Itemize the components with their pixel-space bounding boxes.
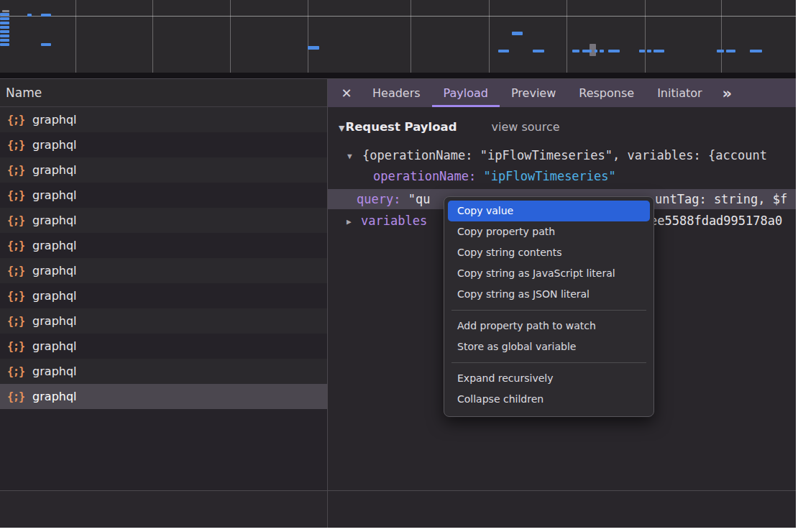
waterfall-bar — [41, 43, 51, 46]
devtools-network-panel: Name {;}graphql{;}graphql{;}graphql{;}gr… — [0, 0, 796, 528]
request-row[interactable]: {;}graphql — [0, 233, 327, 258]
json-braces-icon: {;} — [7, 390, 24, 403]
waterfall-bar — [582, 50, 592, 52]
overview-gridline-vertical — [308, 0, 308, 73]
waterfall-bar — [0, 22, 9, 24]
detail-tabs: HeadersPayloadPreviewResponseInitiator — [361, 79, 714, 107]
name-column-label: Name — [6, 86, 42, 100]
request-row[interactable]: {;}graphql — [0, 308, 327, 334]
request-name: graphql — [32, 163, 76, 177]
request-name: graphql — [32, 339, 76, 353]
request-name: graphql — [32, 239, 76, 252]
content-split: Name {;}graphql{;}graphql{;}graphql{;}gr… — [0, 78, 796, 490]
waterfall-bar — [0, 17, 9, 20]
waterfall-bar — [512, 32, 523, 35]
request-row[interactable]: {;}graphql — [0, 132, 327, 157]
request-row[interactable]: {;}graphql — [0, 384, 327, 409]
waterfall-bar — [498, 50, 509, 52]
menu-item-store-as-global-variable[interactable]: Store as global variable — [444, 336, 653, 357]
network-overview-strip[interactable] — [0, 0, 796, 73]
menu-divider — [451, 362, 646, 363]
json-braces-icon: {;} — [7, 114, 24, 127]
summary-bar — [0, 490, 796, 528]
waterfall-bar — [533, 50, 544, 52]
operation-name-row[interactable]: operationName: "ipFlowTimeseries" — [328, 166, 796, 187]
menu-item-copy-value[interactable]: Copy value — [448, 201, 650, 221]
expand-triangle-icon[interactable]: ▼ — [347, 146, 352, 167]
menu-item-expand-recursively[interactable]: Expand recursively — [444, 368, 653, 389]
overview-gridline-vertical — [567, 0, 567, 73]
json-braces-icon: {;} — [7, 340, 24, 353]
name-column-header[interactable]: Name — [0, 79, 327, 107]
more-tabs-icon[interactable]: » — [715, 79, 740, 107]
waterfall-bar — [600, 50, 604, 52]
json-braces-icon: {;} — [7, 189, 24, 202]
tab-preview[interactable]: Preview — [500, 79, 567, 107]
collapsed-triangle-icon[interactable]: ▶ — [347, 211, 352, 232]
waterfall-bar — [572, 50, 579, 52]
request-row[interactable]: {;}graphql — [0, 157, 327, 183]
waterfall-bar — [0, 39, 9, 42]
waterfall-bar — [0, 13, 9, 16]
menu-item-copy-string-contents[interactable]: Copy string contents — [444, 242, 653, 263]
payload-root-preview: {operationName: "ipFlowTimeseries", vari… — [362, 145, 767, 166]
waterfall-bar — [27, 14, 32, 17]
request-name: graphql — [32, 188, 76, 202]
view-source-link[interactable]: view source — [492, 120, 560, 134]
waterfall-bar — [2, 10, 9, 12]
menu-divider — [451, 310, 646, 311]
overview-gridline-vertical — [489, 0, 490, 73]
overview-gridline-vertical — [411, 0, 411, 73]
requests-list: {;}graphql{;}graphql{;}graphql{;}graphql… — [0, 107, 327, 490]
overview-gridline-vertical — [230, 0, 231, 73]
request-name: graphql — [32, 364, 76, 378]
waterfall-bar — [726, 50, 735, 52]
variables-key: variables — [361, 211, 427, 231]
tab-initiator[interactable]: Initiator — [646, 79, 713, 107]
waterfall-bar — [750, 50, 762, 52]
waterfall-bar — [608, 50, 620, 52]
overview-gridline-vertical — [721, 0, 722, 73]
waterfall-bar — [0, 26, 9, 29]
menu-item-collapse-children[interactable]: Collapse children — [444, 389, 653, 410]
detail-tabbar: ✕ HeadersPayloadPreviewResponseInitiator… — [328, 79, 796, 107]
overview-gridline-horizontal — [0, 16, 796, 17]
menu-item-copy-string-as-javascript-literal[interactable]: Copy string as JavaScript literal — [444, 263, 653, 284]
waterfall-bar — [0, 30, 9, 33]
overview-gridline-vertical — [645, 0, 646, 73]
query-key: query: — [357, 192, 400, 206]
requests-list-panel: Name {;}graphql{;}graphql{;}graphql{;}gr… — [0, 79, 328, 490]
json-braces-icon: {;} — [7, 290, 24, 303]
section-collapse-triangle-icon[interactable]: ▼ — [339, 124, 344, 133]
request-row[interactable]: {;}graphql — [0, 359, 327, 384]
summary-bar-left — [0, 491, 328, 528]
menu-item-add-property-path-to-watch[interactable]: Add property path to watch — [444, 316, 653, 336]
request-row[interactable]: {;}graphql — [0, 334, 327, 359]
close-icon[interactable]: ✕ — [332, 79, 361, 107]
tab-headers[interactable]: Headers — [361, 79, 432, 107]
json-braces-icon: {;} — [7, 214, 24, 227]
menu-item-copy-string-as-json-literal[interactable]: Copy string as JSON literal — [444, 284, 653, 305]
overview-gridline-vertical — [152, 0, 153, 73]
request-row[interactable]: {;}graphql — [0, 107, 327, 132]
request-row[interactable]: {;}graphql — [0, 208, 327, 233]
waterfall-bar — [653, 50, 664, 52]
operation-key: operationName: — [373, 169, 476, 183]
payload-root-row[interactable]: ▼ {operationName: "ipFlowTimeseries", va… — [328, 145, 796, 166]
waterfall-bar — [595, 50, 597, 52]
request-name: graphql — [32, 214, 76, 227]
waterfall-bar — [0, 35, 9, 37]
request-name: graphql — [32, 289, 76, 303]
query-value-left: "qu — [408, 192, 431, 206]
tab-response[interactable]: Response — [567, 79, 646, 107]
menu-item-copy-property-path[interactable]: Copy property path — [444, 221, 653, 242]
waterfall-bar — [647, 50, 651, 52]
request-row[interactable]: {;}graphql — [0, 258, 327, 283]
json-braces-icon: {;} — [7, 265, 24, 278]
section-title: Request Payload — [345, 120, 457, 134]
json-braces-icon: {;} — [7, 139, 24, 152]
request-row[interactable]: {;}graphql — [0, 183, 327, 208]
tab-payload[interactable]: Payload — [432, 79, 500, 107]
request-name: graphql — [32, 264, 76, 278]
request-row[interactable]: {;}graphql — [0, 283, 327, 308]
